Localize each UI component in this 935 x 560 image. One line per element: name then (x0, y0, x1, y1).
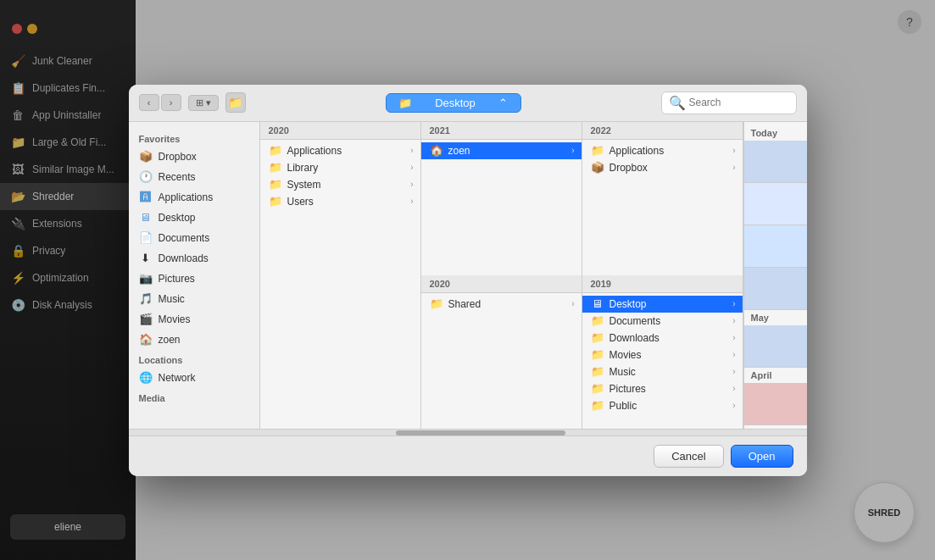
panel-item-documents[interactable]: 📄 Documents (129, 228, 259, 248)
file-item-pictures-2019[interactable]: 📁 Pictures › (582, 380, 743, 397)
panel-item-label: Pictures (159, 273, 195, 285)
file-item-system[interactable]: 📁 System › (260, 176, 420, 193)
movies-icon: 🎬 (139, 313, 153, 326)
sidebar-panel: Favorites 📦 Dropbox 🕐 Recents 🅰 Applicat… (129, 122, 260, 429)
file-item-label: System (287, 179, 321, 191)
column-header-2022: 2022 (582, 122, 743, 140)
file-item-left: 📁 Applications (269, 145, 342, 157)
dropbox-icon: 📦 (139, 150, 153, 164)
music-icon: 🎵 (139, 292, 153, 306)
preview-item-april: 📄 (744, 383, 807, 425)
folder-icon: 📁 (591, 315, 604, 327)
view-icon: ⊞ (196, 97, 203, 108)
panel-item-dropbox[interactable]: 📦 Dropbox (129, 147, 259, 167)
file-item-movies-2019[interactable]: 📁 Movies › (582, 347, 743, 363)
panel-item-network[interactable]: 🌐 Network (129, 368, 259, 388)
zoen-icon: 🏠 (139, 333, 153, 347)
back-icon: ‹ (147, 97, 151, 108)
file-item-users[interactable]: 📁 Users › (260, 193, 420, 210)
file-item-left: 📁 Public (591, 400, 637, 412)
chevron-right-icon: › (732, 163, 735, 172)
view-chevron: ▾ (206, 97, 211, 108)
column-items-2020: 📁 Applications › 📁 Library › (260, 140, 420, 429)
chevron-right-icon: › (571, 146, 574, 155)
favorites-title: Favorites (129, 129, 259, 147)
file-item-label: Applications (609, 145, 665, 157)
folder-icon: 📁 (269, 162, 282, 174)
back-button[interactable]: ‹ (139, 94, 159, 111)
file-item-left: 📁 Users (269, 196, 314, 208)
folder-icon: 📁 (269, 145, 282, 157)
file-item-label: Public (609, 400, 637, 412)
panel-item-movies[interactable]: 🎬 Movies (129, 309, 259, 330)
cancel-button[interactable]: Cancel (654, 445, 723, 468)
scrollbar-thumb[interactable] (396, 430, 565, 435)
network-icon: 🌐 (139, 371, 153, 385)
preview-item-today-4: 📊 (744, 268, 807, 310)
chevron-right-icon: › (410, 180, 413, 189)
file-item-left: 📁 Pictures (591, 383, 646, 395)
file-item-left: 📁 Movies (591, 349, 642, 361)
column-header-2020: 2020 (260, 122, 420, 140)
column-items-2019: 🖥 Desktop › 📁 Documents › (582, 293, 743, 429)
file-item-public-2019[interactable]: 📁 Public › (582, 397, 743, 414)
folder-chevron-icon: ⌃ (498, 97, 508, 109)
search-input[interactable] (689, 97, 789, 108)
panel-item-label: Downloads (159, 252, 209, 264)
panel-item-pictures[interactable]: 📷 Pictures (129, 269, 259, 289)
panel-item-applications[interactable]: 🅰 Applications (129, 187, 259, 208)
forward-button[interactable]: › (161, 94, 181, 111)
chevron-right-icon: › (732, 316, 735, 325)
preview-item-today-2: 📊 (744, 183, 807, 225)
desktop-folder-icon: 🖥 (591, 298, 604, 310)
file-item-left: 🖥 Desktop (591, 298, 647, 310)
panel-item-label: Desktop (159, 212, 196, 224)
chevron-right-icon: › (732, 367, 735, 376)
search-icon: 🔍 (669, 95, 686, 111)
file-item-applications[interactable]: 📁 Applications › (260, 142, 420, 159)
panel-item-music[interactable]: 🎵 Music (129, 289, 259, 309)
file-item-library[interactable]: 📁 Library › (260, 159, 420, 176)
view-button[interactable]: ⊞ ▾ (188, 95, 219, 111)
file-item-label: Applications (287, 145, 342, 157)
file-item-downloads-2019[interactable]: 📁 Downloads › (582, 330, 743, 347)
file-item-zoen[interactable]: 🏠 zoen › (421, 142, 582, 159)
file-item-left: 📁 Library (269, 162, 319, 174)
current-folder-button[interactable]: 📁 Desktop ⌃ (386, 93, 521, 113)
folder-icon: 📁 (269, 179, 282, 191)
columns-area: 2020 📁 Applications › 📁 L (260, 122, 807, 429)
dialog-footer: Cancel Open (129, 435, 807, 476)
file-item-label: Movies (609, 349, 642, 361)
file-item-label: Library (287, 162, 319, 174)
file-item-shared[interactable]: 📁 Shared › (421, 296, 582, 313)
new-folder-button[interactable]: 📁 (225, 92, 246, 113)
panel-item-downloads[interactable]: ⬇ Downloads (129, 248, 259, 269)
panel-item-recents[interactable]: 🕐 Recents (129, 167, 259, 187)
folder-picker: 📁 Desktop ⌃ (253, 93, 654, 113)
file-item-dropbox-2022[interactable]: 📦 Dropbox › (582, 159, 743, 176)
chevron-right-icon: › (732, 146, 735, 155)
new-folder-icon: 📁 (228, 96, 242, 109)
chevron-right-icon: › (732, 333, 735, 342)
home-icon: 🏠 (430, 145, 443, 157)
panel-item-label: Dropbox (159, 151, 197, 163)
folder-icon: 📁 (398, 97, 412, 109)
file-item-label: Music (609, 366, 636, 378)
file-item-applications-2022[interactable]: 📁 Applications › (582, 142, 743, 159)
file-item-label: zoen (448, 145, 470, 157)
media-title: Media (129, 388, 259, 406)
open-button[interactable]: Open (731, 445, 793, 468)
file-item-music-2019[interactable]: 📁 Music › (582, 363, 743, 380)
panel-item-label: Applications (159, 191, 214, 203)
panel-item-zoen[interactable]: 🏠 zoen (129, 330, 259, 350)
file-item-desktop[interactable]: 🖥 Desktop › (582, 296, 743, 313)
folder-icon: 📁 (591, 332, 604, 344)
folder-icon: 📁 (591, 366, 604, 378)
desktop-icon: 🖥 (139, 211, 153, 225)
file-item-left: 📁 Applications (591, 145, 665, 157)
recents-icon: 🕐 (139, 170, 153, 184)
folder-icon: 📦 (591, 162, 604, 174)
panel-item-desktop[interactable]: 🖥 Desktop (129, 208, 259, 228)
file-item-documents-2019[interactable]: 📁 Documents › (582, 313, 743, 330)
file-column-2022: 2022 📁 Applications › 📦 D (582, 122, 743, 429)
